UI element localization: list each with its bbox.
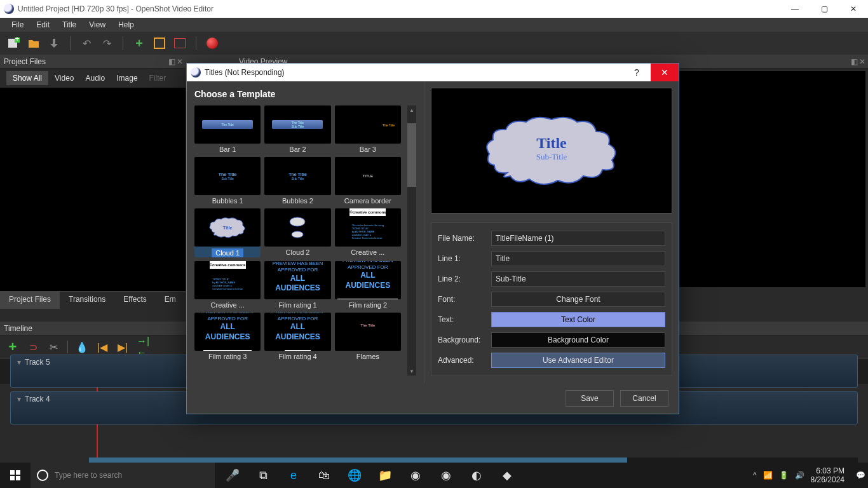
store-icon[interactable]: 🛍 — [309, 463, 339, 488]
template-label: Film rating 1 — [278, 301, 317, 309]
panel-float-icon[interactable]: ◧ — [168, 57, 175, 66]
dialog-close-button[interactable]: ✕ — [651, 64, 679, 81]
filter-filter[interactable]: Filter — [144, 71, 172, 85]
open-project-icon[interactable] — [27, 36, 41, 50]
title-preview: Title Sub-Title — [431, 88, 672, 214]
template-label: Film rating 3 — [208, 353, 247, 360]
window-titlebar: Untitled Project [HD 720p 30 fps] - Open… — [0, 0, 868, 18]
undo-icon[interactable]: ↶ — [79, 36, 93, 50]
template-item[interactable]: THE FOLLOWING PREVIEW HAS BEEN APPROVED … — [335, 261, 401, 309]
template-scrollbar[interactable]: ▲ ▼ — [407, 105, 416, 376]
title-form: File Name: Line 1: Line 2: Font: Change … — [431, 222, 672, 376]
track-label: Track 5 — [25, 358, 50, 367]
redo-icon[interactable]: ↷ — [100, 36, 114, 50]
template-item[interactable]: The TitleFlames — [335, 313, 401, 360]
filter-audio[interactable]: Audio — [81, 71, 111, 85]
template-item[interactable]: THE FOLLOWING PREVIEW HAS BEEN APPROVED … — [264, 261, 330, 309]
wifi-icon[interactable]: 📶 — [763, 471, 773, 480]
notifications-icon[interactable]: 💬 — [856, 471, 865, 480]
panel-float-icon[interactable]: ◧ — [851, 57, 858, 66]
panel-close-icon[interactable]: ✕ — [177, 57, 183, 66]
fullscreen-icon[interactable] — [173, 36, 187, 50]
explorer-icon[interactable]: 📁 — [370, 463, 400, 488]
chrome-beta-icon[interactable]: ◉ — [431, 463, 461, 488]
filter-video[interactable]: Video — [50, 71, 79, 85]
template-item[interactable]: ©creative commonsThis video features the… — [335, 208, 401, 257]
tab-project-files[interactable]: Project Files — [0, 292, 60, 309]
openshot-taskbar-icon[interactable]: ◐ — [461, 463, 492, 488]
window-maximize-button[interactable]: ▢ — [810, 0, 839, 18]
inkscape-icon[interactable]: ◆ — [492, 463, 522, 488]
clock-date: 8/26/2024 — [811, 475, 844, 484]
template-item[interactable]: TITLECamera border — [335, 157, 401, 205]
template-item[interactable]: The TitleSub TitleBubbles 2 — [264, 157, 330, 205]
dialog-title: Titles (Not Responding) — [205, 68, 285, 77]
choose-template-heading: Choose a Template — [194, 89, 416, 99]
timeline-header: Timeline — [4, 324, 32, 333]
template-label: Bar 2 — [289, 146, 306, 153]
file-name-input[interactable] — [491, 231, 665, 246]
panel-close-icon[interactable]: ✕ — [859, 57, 865, 66]
tab-effects[interactable]: Effects — [114, 292, 155, 309]
template-label: Creative ... — [211, 301, 245, 309]
tray-chevron-icon[interactable]: ^ — [753, 471, 757, 480]
svg-text:+: + — [15, 37, 19, 43]
menu-help[interactable]: Help — [112, 19, 140, 30]
task-view-icon[interactable]: ⧉ — [248, 463, 278, 488]
tab-transitions[interactable]: Transitions — [60, 292, 114, 309]
taskbar-search[interactable]: Type here to search — [31, 463, 215, 488]
save-project-icon[interactable] — [47, 36, 61, 50]
template-label: Film rating 4 — [278, 353, 317, 360]
edge-icon[interactable]: 🌐 — [339, 463, 370, 488]
svg-rect-9 — [16, 470, 20, 475]
new-project-icon[interactable]: + — [6, 36, 20, 50]
scroll-down-icon[interactable]: ▼ — [407, 367, 416, 376]
template-label: Camera border — [344, 197, 391, 205]
start-button[interactable] — [0, 463, 31, 488]
template-pane: Choose a Template The TitleBar 1 The Tit… — [187, 81, 424, 383]
dialog-titlebar: Titles (Not Responding) ? ✕ — [187, 64, 679, 81]
window-close-button[interactable]: ✕ — [839, 0, 868, 18]
menu-title[interactable]: Title — [56, 19, 83, 30]
template-item[interactable]: ©creative commons"SONG TITLE"by AUTHOR_N… — [194, 261, 261, 309]
advanced-editor-button[interactable]: Use Advanced Editor — [491, 353, 665, 368]
project-files-list[interactable] — [0, 88, 186, 291]
line1-input[interactable] — [491, 251, 665, 266]
filter-image[interactable]: Image — [111, 71, 142, 85]
template-item-selected[interactable]: TitleCloud 1 — [194, 208, 261, 257]
window-minimize-button[interactable]: — — [780, 0, 810, 18]
dialog-help-button[interactable]: ? — [623, 64, 651, 81]
menu-file[interactable]: File — [5, 19, 30, 30]
svg-rect-8 — [10, 470, 15, 475]
template-item[interactable]: THE FOLLOWING PREVIEW HAS BEEN APPROVED … — [194, 313, 261, 360]
line2-input[interactable] — [491, 271, 665, 287]
template-item[interactable]: The TitleBar 3 — [335, 105, 401, 153]
text-color-button[interactable]: Text Color — [491, 312, 665, 327]
scroll-up-icon[interactable]: ▲ — [407, 105, 416, 114]
menu-view[interactable]: View — [83, 19, 112, 30]
mic-icon[interactable]: 🎤 — [217, 463, 248, 488]
filter-show-all[interactable]: Show All — [6, 71, 48, 85]
template-item[interactable]: The TitleSub TitleBar 2 — [264, 105, 330, 153]
template-item[interactable]: The TitleBar 1 — [194, 105, 261, 153]
cancel-button[interactable]: Cancel — [620, 390, 668, 407]
svg-point-6 — [290, 217, 305, 226]
save-button[interactable]: Save — [566, 390, 614, 407]
export-icon[interactable] — [205, 36, 219, 50]
profile-icon[interactable] — [153, 36, 166, 50]
change-font-button[interactable]: Change Font — [491, 292, 665, 307]
chrome-icon[interactable]: ◉ — [400, 463, 431, 488]
edge-legacy-icon[interactable]: e — [278, 463, 309, 488]
import-files-icon[interactable]: + — [132, 36, 146, 50]
battery-icon[interactable]: 🔋 — [779, 471, 789, 480]
template-label: Bubbles 1 — [212, 197, 243, 205]
taskbar-clock[interactable]: 6:03 PM 8/26/2024 — [811, 466, 850, 485]
tab-emojis[interactable]: Em — [156, 292, 185, 309]
background-color-button[interactable]: Background Color — [491, 332, 665, 348]
menu-edit[interactable]: Edit — [30, 19, 56, 30]
template-item[interactable]: Cloud 2 — [264, 208, 330, 257]
template-item[interactable]: THE FOLLOWING PREVIEW HAS BEEN APPROVED … — [264, 313, 330, 360]
template-item[interactable]: The TitleSub TitleBubbles 1 — [194, 157, 261, 205]
system-tray: ^ 📶 🔋 🔊 6:03 PM 8/26/2024 💬 — [753, 466, 868, 485]
volume-icon[interactable]: 🔊 — [795, 471, 804, 480]
